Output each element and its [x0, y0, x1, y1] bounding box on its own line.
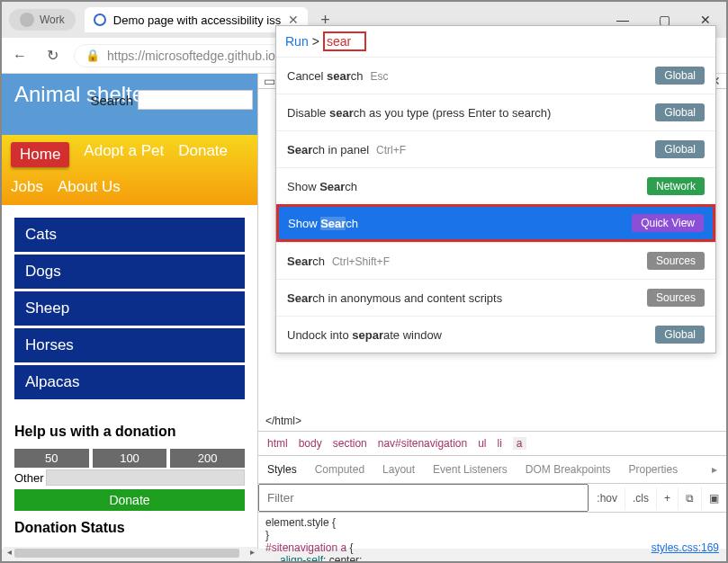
html-close-line: </html> — [258, 411, 726, 431]
code-block: element.style { } #sitenavigation a { st… — [258, 513, 726, 563]
lock-icon: 🔒 — [85, 49, 100, 62]
crumb[interactable]: li — [497, 437, 501, 450]
code-prop-line: align-self: center; — [265, 554, 719, 563]
inspect-icon[interactable]: ▭ — [264, 74, 275, 88]
scroll-right-icon[interactable]: ▸ — [247, 547, 257, 559]
list-item[interactable]: Horses — [14, 328, 245, 362]
tab-styles[interactable]: Styles — [258, 456, 306, 483]
tab-event-listeners[interactable]: Event Listeners — [424, 456, 517, 483]
back-button[interactable]: ← — [9, 48, 31, 64]
profile-button[interactable]: Work — [9, 9, 76, 31]
amount-button[interactable]: 200 — [170, 449, 245, 468]
brace: { — [349, 541, 353, 554]
command-item[interactable]: Search in anonymous and content scriptsS… — [276, 279, 715, 316]
site-header: Animal shelter Search — [2, 74, 257, 135]
nav-adopt[interactable]: Adopt a Pet — [84, 142, 164, 167]
horizontal-scrollbar[interactable]: ◂ ▸ — [4, 547, 257, 559]
nav-jobs[interactable]: Jobs — [11, 178, 43, 196]
command-input[interactable]: sear — [323, 31, 366, 51]
other-label: Other — [14, 469, 46, 486]
dom-breadcrumb: html body section nav#sitenavigation ul … — [258, 431, 726, 455]
tab-computed[interactable]: Computed — [306, 456, 373, 483]
nav-about[interactable]: About Us — [58, 178, 121, 196]
crumb[interactable]: body — [299, 437, 322, 450]
styles-tabs: Styles Computed Layout Event Listeners D… — [258, 455, 726, 484]
command-input-row: Run > sear — [276, 26, 715, 57]
layout-icon[interactable]: ▣ — [701, 487, 726, 510]
plus-style-icon[interactable]: + — [656, 487, 678, 510]
styles-filter-row: :hov .cls + ⧉ ▣ — [258, 484, 726, 513]
crumb[interactable]: ul — [478, 437, 486, 450]
page-content: Animal shelter Search Home Adopt a Pet D… — [2, 74, 257, 549]
donation-section: Help us with a donation 50 100 200 Other… — [2, 424, 257, 549]
donation-heading: Help us with a donation — [14, 424, 245, 440]
command-run-label: Run — [285, 34, 309, 49]
devtools-lower: </html> html body section nav#sitenaviga… — [258, 411, 726, 563]
command-item[interactable]: Show SearchQuick View — [276, 204, 715, 242]
avatar-icon — [20, 13, 34, 27]
site-nav: Home Adopt a Pet Donate Jobs About Us — [2, 135, 257, 205]
css-prop: align-self — [280, 554, 323, 563]
browser-tab[interactable]: Demo page with accessibility iss ✕ — [85, 7, 308, 32]
donate-button[interactable]: Donate — [14, 489, 245, 511]
amount-row: 50 100 200 — [14, 449, 245, 468]
command-item[interactable]: Disable search as you type (press Enter … — [276, 94, 715, 130]
animal-list: Cats Dogs Sheep Horses Alpacas — [2, 205, 257, 415]
crumb[interactable]: section — [333, 437, 367, 450]
profile-label: Work — [40, 13, 65, 26]
code-line: element.style { — [265, 516, 719, 529]
tab-properties[interactable]: Properties — [620, 456, 688, 483]
scroll-left-icon[interactable]: ◂ — [4, 547, 14, 559]
crumb[interactable]: html — [267, 437, 288, 450]
list-item[interactable]: Dogs — [14, 255, 245, 289]
command-prompt: > — [312, 34, 319, 49]
styles-filter-input[interactable] — [258, 484, 589, 512]
chevron-right-icon[interactable]: ▸ — [703, 456, 726, 483]
tab-dom-breakpoints[interactable]: DOM Breakpoints — [517, 456, 620, 483]
crumb[interactable]: nav#sitenavigation — [378, 437, 467, 450]
nav-home[interactable]: Home — [11, 142, 69, 167]
crumb-selected[interactable]: a — [513, 437, 526, 450]
copy-style-icon[interactable]: ⧉ — [678, 487, 701, 510]
tab-title: Demo page with accessibility iss — [113, 13, 281, 27]
status-heading: Donation Status — [14, 520, 245, 536]
hov-button[interactable]: :hov — [589, 487, 625, 510]
favicon-icon — [94, 13, 106, 26]
list-item[interactable]: Cats — [14, 218, 245, 252]
list-item[interactable]: Sheep — [14, 291, 245, 326]
amount-button[interactable]: 50 — [14, 449, 89, 468]
search-label: Search — [90, 93, 133, 108]
command-item[interactable]: Search in panelCtrl+FGlobal — [276, 130, 715, 167]
command-item[interactable]: Cancel searchEscGlobal — [276, 57, 715, 94]
selector: #sitenavigation a — [265, 541, 346, 554]
command-menu: Run > sear Cancel searchEscGlobalDisable… — [275, 25, 716, 353]
list-item[interactable]: Alpacas — [14, 365, 245, 399]
search-input[interactable] — [138, 90, 253, 110]
command-item[interactable]: Undock into separate windowGlobal — [276, 316, 715, 353]
source-link[interactable]: styles.css:169 — [652, 541, 719, 554]
command-item[interactable]: SearchCtrl+Shift+FSources — [276, 242, 715, 279]
command-item[interactable]: Show SearchNetwork — [276, 167, 715, 204]
search-row: Search — [90, 90, 253, 110]
code-line: } — [265, 529, 719, 541]
tab-layout[interactable]: Layout — [373, 456, 424, 483]
amount-button[interactable]: 100 — [93, 449, 167, 468]
code-rule-line: #sitenavigation a { styles.css:169 — [265, 541, 719, 554]
cls-button[interactable]: .cls — [625, 487, 656, 510]
command-list: Cancel searchEscGlobalDisable search as … — [276, 57, 715, 353]
other-row: Other — [14, 469, 245, 486]
css-val: center — [329, 554, 359, 563]
refresh-button[interactable]: ↻ — [41, 47, 63, 64]
scrollbar-thumb[interactable] — [14, 549, 239, 558]
nav-donate[interactable]: Donate — [178, 142, 228, 167]
other-input[interactable] — [46, 469, 245, 486]
